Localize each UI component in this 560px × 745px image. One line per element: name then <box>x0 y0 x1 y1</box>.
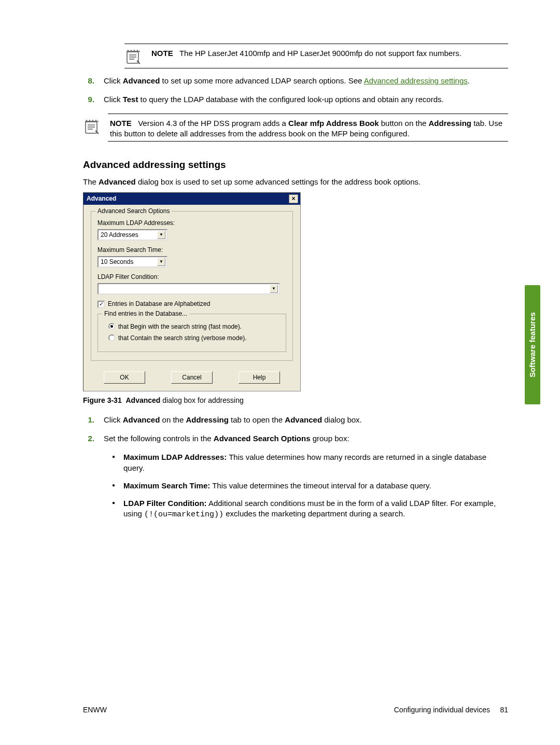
combo-max-time[interactable]: 10 Seconds ▼ <box>97 256 167 268</box>
step-1: 1. Click Advanced on the Addressing tab … <box>83 415 508 425</box>
svg-point-6 <box>86 119 87 120</box>
bullet-list: Maximum LDAP Addresses: This value deter… <box>83 452 508 520</box>
footer-left: ENWW <box>83 705 107 715</box>
bullet-max-ldap: Maximum LDAP Addresses: This value deter… <box>112 452 508 473</box>
section-tab-label: Software features <box>527 312 538 377</box>
svg-point-2 <box>131 50 132 51</box>
ok-button[interactable]: OK <box>104 371 145 384</box>
combo-value: 20 Addresses <box>101 231 138 239</box>
note-label: NOTE <box>151 49 173 58</box>
page-number: 81 <box>500 706 508 714</box>
divider <box>108 141 508 142</box>
page-footer: ENWW Configuring individual devices 81 <box>83 705 508 715</box>
step-number: 1. <box>83 415 94 425</box>
svg-rect-5 <box>86 122 97 133</box>
cancel-button[interactable]: Cancel <box>171 371 213 384</box>
link-advanced-addressing[interactable]: Advanced addressing settings <box>364 76 468 85</box>
radio-begin-with[interactable]: that Begin with the search string (fast … <box>104 322 279 331</box>
checkbox-label: Entries in Database are Alphabetized <box>108 300 210 308</box>
radio-contain[interactable]: that Contain the search string (verbose … <box>104 334 279 342</box>
heading-advanced-addressing: Advanced addressing settings <box>83 158 508 172</box>
label-max-time: Maximum Search Time: <box>97 246 286 254</box>
svg-point-4 <box>137 50 138 51</box>
dialog-title: Advanced <box>87 194 116 203</box>
chevron-down-icon[interactable]: ▼ <box>270 285 278 293</box>
footer-section: Configuring individual devices <box>394 706 490 714</box>
note-icon <box>83 118 101 136</box>
combo-max-ldap[interactable]: 20 Addresses ▼ <box>97 229 167 241</box>
radio-label: that Contain the search string (verbose … <box>118 334 246 342</box>
combo-value: 10 Seconds <box>101 258 133 266</box>
step-number: 9. <box>83 94 94 105</box>
step-9: 9. Click Test to query the LDAP database… <box>83 94 508 105</box>
intro-paragraph: The Advanced dialog box is used to set u… <box>83 177 508 187</box>
step-8: 8. Click Advanced to set up some more ad… <box>83 76 508 86</box>
code-sample: (!(ou=marketing)) <box>144 510 223 519</box>
radio-icon[interactable] <box>108 334 115 341</box>
group-legend: Advanced Search Options <box>95 207 172 215</box>
dialog-buttons: OK Cancel Help <box>91 369 293 384</box>
radio-icon[interactable] <box>108 323 115 330</box>
label-filter: LDAP Filter Condition: <box>97 273 286 281</box>
advanced-dialog: Advanced × Advanced Search Options Maxim… <box>83 192 301 391</box>
group-legend: Find entries in the Database... <box>102 310 189 318</box>
bullet-max-time: Maximum Search Time: This value determin… <box>112 481 508 491</box>
note-label: NOTE <box>110 119 132 128</box>
divider <box>124 44 508 44</box>
svg-point-9 <box>95 119 96 120</box>
chevron-down-icon[interactable]: ▼ <box>157 231 165 239</box>
svg-point-7 <box>89 119 90 120</box>
checkbox-icon[interactable]: ✓ <box>97 301 105 308</box>
svg-point-3 <box>134 50 135 51</box>
close-icon[interactable]: × <box>289 194 298 203</box>
step-number: 8. <box>83 76 94 86</box>
checkbox-alphabetized[interactable]: ✓ Entries in Database are Alphabetized <box>97 300 286 308</box>
group-find-entries: Find entries in the Database... that Beg… <box>97 314 286 352</box>
step-2: 2. Set the following controls in the Adv… <box>83 433 508 444</box>
figure-caption: Figure 3-31 Advanced dialog box for addr… <box>83 396 508 405</box>
svg-rect-0 <box>127 52 138 63</box>
numbered-steps-bottom: 1. Click Advanced on the Addressing tab … <box>83 415 508 444</box>
document-page: Software features NOTE The HP LaserJet 4… <box>0 0 560 745</box>
note-text: The HP LaserJet 4100mfp and HP LaserJet … <box>179 49 461 58</box>
dialog-titlebar[interactable]: Advanced × <box>83 193 300 205</box>
divider <box>124 68 508 68</box>
note-block-top: NOTE The HP LaserJet 4100mfp and HP Lase… <box>124 44 508 68</box>
section-tab-software-features: Software features <box>525 285 540 404</box>
label-max-ldap: Maximum LDAP Addresses: <box>97 219 286 227</box>
help-button[interactable]: Help <box>239 371 280 384</box>
combo-filter[interactable]: ▼ <box>97 283 280 294</box>
bullet-filter: LDAP Filter Condition: Additional search… <box>112 498 508 521</box>
radio-label: that Begin with the search string (fast … <box>118 322 242 331</box>
chevron-down-icon[interactable]: ▼ <box>157 258 165 266</box>
step-number: 2. <box>83 433 94 444</box>
note-block-mid: NOTE Version 4.3 of the HP DSS program a… <box>83 114 508 142</box>
note-icon <box>124 48 142 66</box>
svg-point-1 <box>128 50 129 51</box>
group-advanced-search-options: Advanced Search Options Maximum LDAP Add… <box>91 211 293 361</box>
divider <box>108 114 508 114</box>
numbered-steps-top: 8. Click Advanced to set up some more ad… <box>83 76 508 105</box>
svg-point-8 <box>92 119 93 120</box>
